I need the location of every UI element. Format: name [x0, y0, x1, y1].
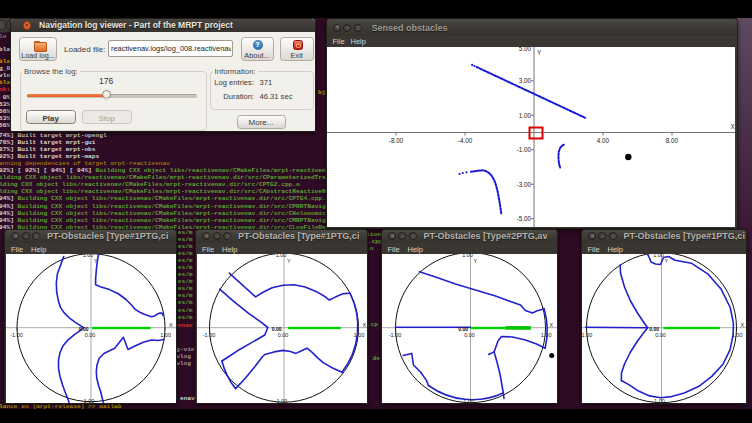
svg-text:Y: Y	[287, 258, 291, 264]
svg-text:-1.00: -1.00	[10, 332, 23, 338]
svg-text:1.00: 1.00	[653, 254, 664, 258]
svg-text:X: X	[731, 123, 736, 130]
svg-text:0.00: 0.00	[655, 332, 666, 338]
svg-text:X: X	[169, 322, 173, 328]
svg-text:1.00: 1.00	[82, 254, 93, 258]
svg-text:0.00: 0.00	[464, 332, 475, 338]
svg-text:-8.00: -8.00	[389, 137, 404, 144]
svg-text:8.00: 8.00	[666, 137, 679, 144]
svg-text:4.00: 4.00	[597, 137, 610, 144]
svg-text:-5.00: -5.00	[517, 215, 532, 222]
svg-text:1.00: 1.00	[275, 254, 286, 258]
svg-text:X: X	[550, 322, 554, 328]
svg-text:0.00: 0.00	[78, 326, 88, 332]
svg-text:1.00: 1.00	[462, 254, 473, 258]
svg-text:-4.00: -4.00	[458, 137, 473, 144]
svg-text:-1.00: -1.00	[389, 332, 402, 338]
svg-text:-1.00: -1.00	[652, 398, 665, 403]
svg-text:0.00: 0.00	[649, 326, 659, 332]
svg-text:1.00: 1.00	[353, 332, 364, 338]
svg-text:-1.00: -1.00	[202, 332, 215, 338]
svg-text:1.00: 1.00	[541, 332, 552, 338]
svg-text:1.00: 1.00	[732, 332, 743, 338]
svg-text:0.00: 0.00	[271, 326, 281, 332]
svg-text:Y: Y	[94, 258, 98, 264]
svg-text:X: X	[362, 322, 366, 328]
svg-text:Y: Y	[537, 49, 542, 56]
svg-text:-1.00: -1.00	[81, 398, 94, 403]
svg-text:0.00: 0.00	[458, 326, 468, 332]
svg-text:1.00: 1.00	[519, 112, 532, 119]
svg-text:Y: Y	[474, 258, 478, 264]
svg-text:-1.00: -1.00	[582, 332, 592, 338]
svg-text:3.00: 3.00	[519, 77, 532, 84]
svg-text:0.00: 0.00	[277, 332, 288, 338]
svg-text:5.00: 5.00	[519, 47, 532, 52]
svg-text:-1.00: -1.00	[517, 146, 532, 153]
svg-text:-3.00: -3.00	[517, 181, 532, 188]
svg-text:Y: Y	[665, 258, 669, 264]
svg-text:X: X	[741, 322, 745, 328]
svg-text:-1.00: -1.00	[274, 398, 287, 403]
svg-text:0.00: 0.00	[84, 332, 95, 338]
svg-text:1.00: 1.00	[160, 332, 171, 338]
svg-text:-1.00: -1.00	[461, 398, 474, 403]
